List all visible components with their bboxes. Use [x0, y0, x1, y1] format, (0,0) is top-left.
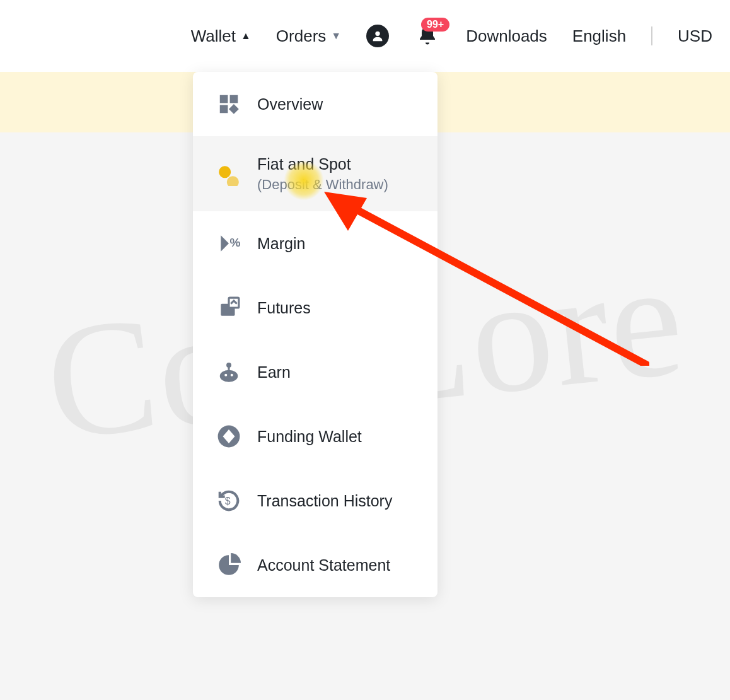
- margin-icon: %: [217, 231, 241, 255]
- svg-point-12: [231, 374, 233, 376]
- svg-text:$: $: [225, 496, 231, 506]
- menu-overview[interactable]: Overview: [193, 72, 437, 136]
- menu-fiat-spot[interactable]: Fiat and Spot (Deposit & Withdraw): [193, 136, 437, 211]
- menu-margin-label: Margin: [257, 233, 305, 254]
- caret-up-icon: ▲: [241, 30, 251, 42]
- svg-rect-2: [230, 95, 238, 103]
- svg-point-10: [226, 363, 231, 368]
- wallet-dropdown: Overview Fiat and Spot (Deposit & Withdr…: [193, 72, 437, 597]
- menu-funding-wallet[interactable]: Funding Wallet: [193, 404, 437, 469]
- svg-point-11: [224, 374, 227, 376]
- menu-transaction-history[interactable]: $ Transaction History: [193, 469, 437, 533]
- avatar-icon[interactable]: [366, 25, 389, 47]
- topbar: Wallet ▲ Orders ▼ 99+ Downloads English …: [0, 0, 730, 72]
- nav-downloads-label: Downloads: [466, 26, 547, 46]
- nav-wallet[interactable]: Wallet ▲: [191, 26, 251, 46]
- menu-earn-label: Earn: [257, 362, 291, 383]
- menu-futures[interactable]: Futures: [193, 276, 437, 340]
- menu-account-statement[interactable]: Account Statement: [193, 533, 437, 597]
- notification-badge: 99+: [421, 18, 449, 32]
- nav-orders[interactable]: Orders ▼: [276, 26, 341, 46]
- svg-marker-4: [229, 104, 239, 114]
- menu-earn[interactable]: Earn: [193, 340, 437, 404]
- menu-overview-label: Overview: [257, 94, 323, 115]
- menu-funding-wallet-label: Funding Wallet: [257, 426, 362, 447]
- futures-icon: [217, 296, 241, 320]
- svg-point-0: [376, 32, 380, 36]
- menu-transaction-history-label: Transaction History: [257, 491, 392, 511]
- overview-icon: [217, 92, 241, 116]
- nav-language-label: English: [572, 26, 626, 46]
- nav-wallet-label: Wallet: [191, 26, 236, 46]
- svg-text:%: %: [230, 236, 241, 249]
- earn-icon: [217, 360, 241, 384]
- menu-fiat-spot-sub: (Deposit & Withdraw): [257, 176, 388, 194]
- menu-account-statement-label: Account Statement: [257, 555, 390, 576]
- menu-margin[interactable]: % Margin: [193, 211, 437, 276]
- svg-point-8: [220, 370, 238, 382]
- svg-rect-7: [229, 298, 239, 308]
- svg-rect-3: [220, 105, 228, 114]
- transaction-history-icon: $: [217, 489, 241, 513]
- funding-wallet-icon: [217, 424, 241, 448]
- account-statement-icon: [217, 553, 241, 577]
- nav-downloads[interactable]: Downloads: [466, 26, 547, 46]
- nav-currency-label: USD: [678, 26, 712, 46]
- caret-down-icon: ▼: [331, 30, 341, 42]
- nav-orders-label: Orders: [276, 26, 326, 46]
- menu-futures-label: Futures: [257, 298, 311, 318]
- nav-separator: [651, 26, 652, 45]
- nav-language[interactable]: English: [572, 26, 626, 46]
- fiat-spot-icon: [217, 162, 241, 186]
- menu-fiat-spot-label: Fiat and Spot: [257, 154, 388, 175]
- svg-rect-1: [220, 95, 228, 103]
- nav-currency[interactable]: USD: [678, 26, 712, 46]
- notifications-button[interactable]: 99+: [414, 23, 441, 49]
